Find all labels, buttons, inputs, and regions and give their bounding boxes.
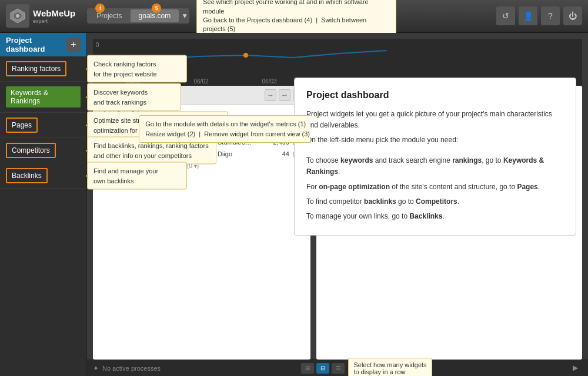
project-info-panel: Project dashboard Project widgets let yo… (294, 78, 576, 236)
competitors-label: Competitors (6, 143, 56, 158)
layout-tooltip: Select how many widgetsto display in a r… (348, 358, 432, 377)
sidebar-item-backlinks[interactable]: Backlinks Find and manage yourown backli… (0, 163, 86, 189)
header: WebMeUp expert 4 5 Projects goals.com ▼ … (0, 0, 588, 33)
sidebar-item-pages[interactable]: Pages Optimize site structure and encodi… (0, 113, 86, 138)
refresh-button[interactable]: ↺ (496, 6, 515, 25)
pages-label: Pages (6, 118, 38, 133)
process-icon: ✦ (93, 364, 99, 372)
layout-1col-button[interactable]: ☰ (332, 363, 345, 374)
status-text: No active processes (102, 365, 161, 372)
dropdown-arrow[interactable]: ▼ (181, 12, 188, 20)
svg-point-2 (16, 14, 19, 18)
svg-point-3 (243, 53, 248, 58)
scroll-right-button[interactable]: ▶ (573, 364, 582, 373)
layout-selector: ⊞ ⊟ ☰ (301, 363, 345, 374)
sidebar-item-keywords[interactable]: Keywords & Rankings Discover keywordsand… (0, 82, 86, 113)
sidebar-header: Project dashboard + (0, 33, 86, 56)
keywords-label: Keywords & Rankings (6, 86, 81, 108)
logo: WebMeUp expert (6, 4, 75, 28)
backlinks-label: Backlinks (6, 168, 48, 183)
layout-3col-button[interactable]: ⊞ (301, 363, 314, 374)
sidebar-title: Project dashboard (6, 36, 62, 53)
widget-action-tooltip: Go to the module with details on the wid… (139, 115, 310, 143)
resize-button[interactable]: ↔ (279, 89, 290, 101)
layout-selector-area: ⊞ ⊟ ☰ Select how many widgetsto display … (301, 358, 432, 377)
status-area: ✦ No active processes (93, 364, 161, 372)
diigo-count: 44 (282, 150, 289, 157)
keywords-tooltip: Discover keywordsand track rankings (87, 83, 181, 111)
help-button[interactable]: ? (541, 6, 560, 25)
logo-icon (6, 4, 29, 28)
ranking-tooltip: Check ranking factorsfor the project web… (87, 55, 187, 83)
backlinks-tooltip: Find and manage yourown backlinks (87, 162, 187, 190)
project-info-line3: To find competitor backlinks go to Compe… (306, 196, 564, 207)
app-subtitle: expert (33, 18, 75, 24)
sidebar-item-ranking[interactable]: Ranking factors Check ranking factorsfor… (0, 56, 86, 82)
project-info-line1: To choose keywords and track search engi… (306, 155, 564, 177)
sidebar: Project dashboard + Ranking factors Chec… (0, 33, 87, 376)
header-actions: ↺ 👤 ? ⏻ (496, 6, 582, 25)
user-button[interactable]: 👤 (519, 6, 537, 25)
goto-button[interactable]: → (265, 89, 276, 101)
project-info-para2: On the left-side menu pick the module yo… (306, 135, 564, 146)
project-tabs: 4 5 Projects goals.com ▼ (87, 8, 189, 24)
social-row-diigo: Di Diigo 44 (0 ▾) (205, 148, 305, 160)
sidebar-item-competitors[interactable]: Competitors Find backlinks, rankings, ra… (0, 138, 86, 163)
ranking-label: Ranking factors (6, 61, 66, 76)
project-info-para1: Project widgets let you get a quick pict… (306, 109, 564, 131)
app-name: WebMeUp (33, 8, 75, 18)
layout-2col-button[interactable]: ⊟ (316, 363, 329, 374)
diigo-label: Diigo (218, 150, 279, 157)
project-info-line4: To manage your own links, go to Backlink… (306, 211, 564, 222)
project-info-line2: For on-page optimization of the site's c… (306, 182, 564, 193)
main-area: Project dashboard + Ranking factors Chec… (0, 33, 588, 376)
add-widget-button[interactable]: + (66, 38, 81, 52)
tab-projects[interactable]: Projects (88, 9, 130, 22)
project-info-title: Project dashboard (306, 88, 564, 103)
power-button[interactable]: ⏻ (563, 6, 582, 25)
bottom-bar: ✦ No active processes ⊞ ⊟ ☰ Select how m… (87, 360, 588, 376)
